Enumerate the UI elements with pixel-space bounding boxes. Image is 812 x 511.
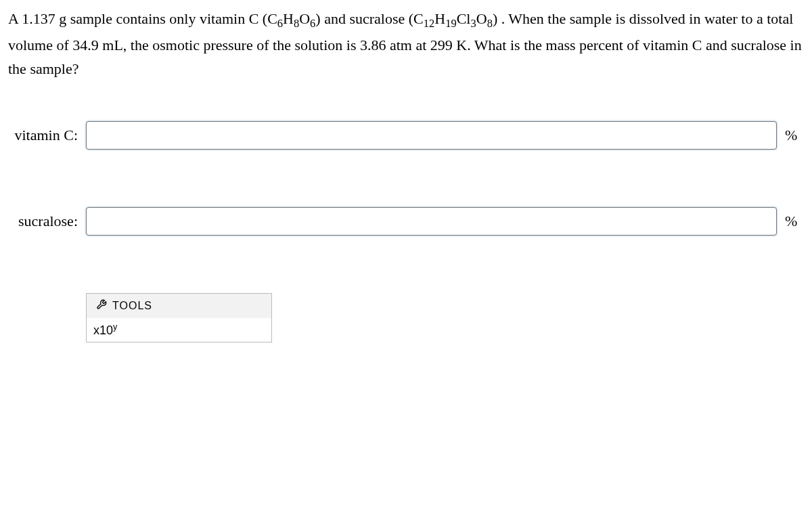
q-text: O xyxy=(299,10,310,27)
sci-notation-button[interactable]: x10y xyxy=(93,324,117,337)
question-text: A 1.137 g sample contains only vitamin C… xyxy=(8,7,804,81)
q-sub: 19 xyxy=(445,17,457,30)
sci-exp: y xyxy=(113,322,117,332)
tools-header-label: TOOLS xyxy=(112,300,152,312)
wrench-icon xyxy=(96,299,107,313)
tools-panel: TOOLS x10y xyxy=(86,293,272,342)
sucralose-input[interactable] xyxy=(86,207,777,236)
q-sub: 8 xyxy=(487,17,493,30)
vitamin-c-label: vitamin C: xyxy=(8,127,86,144)
answer-row-sucralose: sucralose: % xyxy=(8,207,804,236)
q-text: H xyxy=(283,10,294,27)
q-sub: 8 xyxy=(294,17,299,30)
q-sub: 6 xyxy=(277,17,283,30)
tools-header: TOOLS xyxy=(87,294,271,318)
sucralose-label: sucralose: xyxy=(8,213,86,230)
vitamin-c-input[interactable] xyxy=(86,121,777,150)
q-sub: 3 xyxy=(470,17,476,30)
q-text: H xyxy=(434,10,445,27)
sci-base: x10 xyxy=(93,324,113,337)
q-text: O xyxy=(476,10,487,27)
q-sub: 12 xyxy=(424,17,435,30)
q-text: Cl xyxy=(457,10,471,27)
q-text: A 1.137 g sample contains only vitamin C… xyxy=(8,10,277,27)
tools-body: x10y xyxy=(87,318,271,342)
q-text: ) and sucralose (C xyxy=(315,10,423,27)
answer-row-vitamin-c: vitamin C: % xyxy=(8,121,804,150)
sucralose-unit: % xyxy=(777,213,804,230)
vitamin-c-unit: % xyxy=(777,127,804,144)
